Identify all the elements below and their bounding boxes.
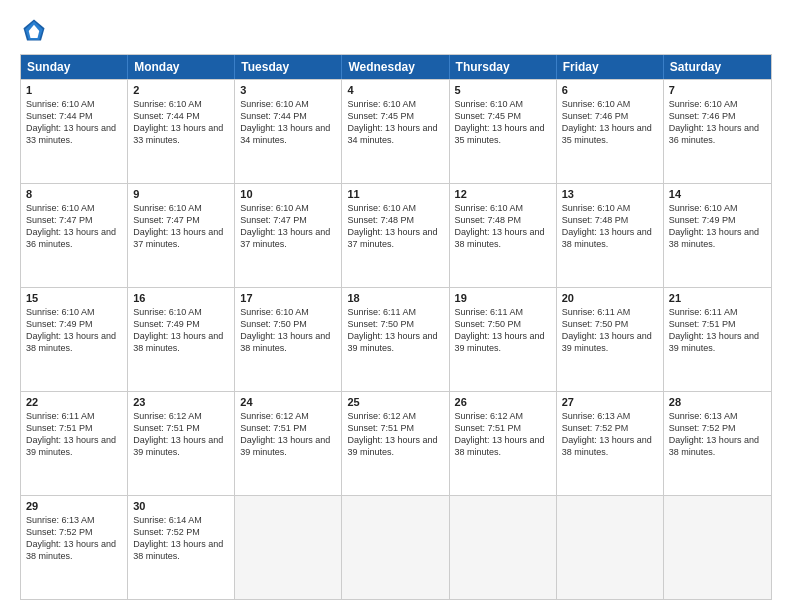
cal-cell: 10Sunrise: 6:10 AM Sunset: 7:47 PM Dayli… (235, 184, 342, 287)
header-day-wednesday: Wednesday (342, 55, 449, 79)
cal-cell: 26Sunrise: 6:12 AM Sunset: 7:51 PM Dayli… (450, 392, 557, 495)
logo-icon (20, 16, 48, 44)
cal-cell: 22Sunrise: 6:11 AM Sunset: 7:51 PM Dayli… (21, 392, 128, 495)
cell-info: Sunrise: 6:10 AM Sunset: 7:48 PM Dayligh… (562, 202, 658, 251)
cell-info: Sunrise: 6:10 AM Sunset: 7:45 PM Dayligh… (347, 98, 443, 147)
cal-cell: 11Sunrise: 6:10 AM Sunset: 7:48 PM Dayli… (342, 184, 449, 287)
day-number: 1 (26, 84, 122, 96)
cal-cell (342, 496, 449, 599)
header (20, 16, 772, 44)
day-number: 20 (562, 292, 658, 304)
day-number: 19 (455, 292, 551, 304)
cal-cell: 17Sunrise: 6:10 AM Sunset: 7:50 PM Dayli… (235, 288, 342, 391)
logo (20, 16, 52, 44)
cal-cell: 1Sunrise: 6:10 AM Sunset: 7:44 PM Daylig… (21, 80, 128, 183)
cal-cell: 30Sunrise: 6:14 AM Sunset: 7:52 PM Dayli… (128, 496, 235, 599)
cell-info: Sunrise: 6:10 AM Sunset: 7:47 PM Dayligh… (133, 202, 229, 251)
cal-cell: 23Sunrise: 6:12 AM Sunset: 7:51 PM Dayli… (128, 392, 235, 495)
cal-week-2: 8Sunrise: 6:10 AM Sunset: 7:47 PM Daylig… (21, 183, 771, 287)
cal-week-5: 29Sunrise: 6:13 AM Sunset: 7:52 PM Dayli… (21, 495, 771, 599)
cal-cell (235, 496, 342, 599)
cal-cell: 3Sunrise: 6:10 AM Sunset: 7:44 PM Daylig… (235, 80, 342, 183)
cell-info: Sunrise: 6:10 AM Sunset: 7:48 PM Dayligh… (347, 202, 443, 251)
day-number: 6 (562, 84, 658, 96)
cell-info: Sunrise: 6:12 AM Sunset: 7:51 PM Dayligh… (347, 410, 443, 459)
cell-info: Sunrise: 6:13 AM Sunset: 7:52 PM Dayligh… (562, 410, 658, 459)
cell-info: Sunrise: 6:10 AM Sunset: 7:44 PM Dayligh… (26, 98, 122, 147)
day-number: 28 (669, 396, 766, 408)
day-number: 15 (26, 292, 122, 304)
header-day-saturday: Saturday (664, 55, 771, 79)
calendar: SundayMondayTuesdayWednesdayThursdayFrid… (20, 54, 772, 600)
day-number: 30 (133, 500, 229, 512)
day-number: 14 (669, 188, 766, 200)
cell-info: Sunrise: 6:11 AM Sunset: 7:50 PM Dayligh… (347, 306, 443, 355)
cal-week-4: 22Sunrise: 6:11 AM Sunset: 7:51 PM Dayli… (21, 391, 771, 495)
calendar-body: 1Sunrise: 6:10 AM Sunset: 7:44 PM Daylig… (21, 79, 771, 599)
cell-info: Sunrise: 6:14 AM Sunset: 7:52 PM Dayligh… (133, 514, 229, 563)
day-number: 25 (347, 396, 443, 408)
cal-cell: 18Sunrise: 6:11 AM Sunset: 7:50 PM Dayli… (342, 288, 449, 391)
day-number: 26 (455, 396, 551, 408)
day-number: 21 (669, 292, 766, 304)
cal-cell: 6Sunrise: 6:10 AM Sunset: 7:46 PM Daylig… (557, 80, 664, 183)
cal-cell: 25Sunrise: 6:12 AM Sunset: 7:51 PM Dayli… (342, 392, 449, 495)
day-number: 3 (240, 84, 336, 96)
cell-info: Sunrise: 6:11 AM Sunset: 7:51 PM Dayligh… (26, 410, 122, 459)
cell-info: Sunrise: 6:10 AM Sunset: 7:49 PM Dayligh… (669, 202, 766, 251)
cal-cell: 28Sunrise: 6:13 AM Sunset: 7:52 PM Dayli… (664, 392, 771, 495)
day-number: 13 (562, 188, 658, 200)
cal-cell: 5Sunrise: 6:10 AM Sunset: 7:45 PM Daylig… (450, 80, 557, 183)
cell-info: Sunrise: 6:10 AM Sunset: 7:49 PM Dayligh… (133, 306, 229, 355)
day-number: 4 (347, 84, 443, 96)
day-number: 23 (133, 396, 229, 408)
cal-cell: 27Sunrise: 6:13 AM Sunset: 7:52 PM Dayli… (557, 392, 664, 495)
cell-info: Sunrise: 6:10 AM Sunset: 7:47 PM Dayligh… (26, 202, 122, 251)
cal-cell: 19Sunrise: 6:11 AM Sunset: 7:50 PM Dayli… (450, 288, 557, 391)
day-number: 5 (455, 84, 551, 96)
cell-info: Sunrise: 6:11 AM Sunset: 7:51 PM Dayligh… (669, 306, 766, 355)
header-day-thursday: Thursday (450, 55, 557, 79)
day-number: 27 (562, 396, 658, 408)
day-number: 8 (26, 188, 122, 200)
cell-info: Sunrise: 6:13 AM Sunset: 7:52 PM Dayligh… (669, 410, 766, 459)
cal-cell: 9Sunrise: 6:10 AM Sunset: 7:47 PM Daylig… (128, 184, 235, 287)
cal-cell (450, 496, 557, 599)
cal-cell: 12Sunrise: 6:10 AM Sunset: 7:48 PM Dayli… (450, 184, 557, 287)
header-day-sunday: Sunday (21, 55, 128, 79)
cal-cell (557, 496, 664, 599)
day-number: 22 (26, 396, 122, 408)
page: SundayMondayTuesdayWednesdayThursdayFrid… (0, 0, 792, 612)
cell-info: Sunrise: 6:12 AM Sunset: 7:51 PM Dayligh… (455, 410, 551, 459)
cal-cell: 4Sunrise: 6:10 AM Sunset: 7:45 PM Daylig… (342, 80, 449, 183)
cell-info: Sunrise: 6:12 AM Sunset: 7:51 PM Dayligh… (133, 410, 229, 459)
cell-info: Sunrise: 6:13 AM Sunset: 7:52 PM Dayligh… (26, 514, 122, 563)
cal-cell: 24Sunrise: 6:12 AM Sunset: 7:51 PM Dayli… (235, 392, 342, 495)
cal-cell: 15Sunrise: 6:10 AM Sunset: 7:49 PM Dayli… (21, 288, 128, 391)
cal-cell: 16Sunrise: 6:10 AM Sunset: 7:49 PM Dayli… (128, 288, 235, 391)
day-number: 11 (347, 188, 443, 200)
cal-cell: 29Sunrise: 6:13 AM Sunset: 7:52 PM Dayli… (21, 496, 128, 599)
cell-info: Sunrise: 6:10 AM Sunset: 7:45 PM Dayligh… (455, 98, 551, 147)
cal-cell: 2Sunrise: 6:10 AM Sunset: 7:44 PM Daylig… (128, 80, 235, 183)
cal-cell (664, 496, 771, 599)
cal-week-1: 1Sunrise: 6:10 AM Sunset: 7:44 PM Daylig… (21, 79, 771, 183)
cal-week-3: 15Sunrise: 6:10 AM Sunset: 7:49 PM Dayli… (21, 287, 771, 391)
cal-cell: 7Sunrise: 6:10 AM Sunset: 7:46 PM Daylig… (664, 80, 771, 183)
cell-info: Sunrise: 6:10 AM Sunset: 7:47 PM Dayligh… (240, 202, 336, 251)
cell-info: Sunrise: 6:10 AM Sunset: 7:44 PM Dayligh… (133, 98, 229, 147)
calendar-header: SundayMondayTuesdayWednesdayThursdayFrid… (21, 55, 771, 79)
cal-cell: 8Sunrise: 6:10 AM Sunset: 7:47 PM Daylig… (21, 184, 128, 287)
day-number: 12 (455, 188, 551, 200)
day-number: 24 (240, 396, 336, 408)
cell-info: Sunrise: 6:10 AM Sunset: 7:46 PM Dayligh… (562, 98, 658, 147)
cell-info: Sunrise: 6:11 AM Sunset: 7:50 PM Dayligh… (562, 306, 658, 355)
day-number: 7 (669, 84, 766, 96)
day-number: 10 (240, 188, 336, 200)
day-number: 29 (26, 500, 122, 512)
day-number: 16 (133, 292, 229, 304)
cell-info: Sunrise: 6:10 AM Sunset: 7:46 PM Dayligh… (669, 98, 766, 147)
cell-info: Sunrise: 6:10 AM Sunset: 7:49 PM Dayligh… (26, 306, 122, 355)
cell-info: Sunrise: 6:10 AM Sunset: 7:44 PM Dayligh… (240, 98, 336, 147)
day-number: 2 (133, 84, 229, 96)
